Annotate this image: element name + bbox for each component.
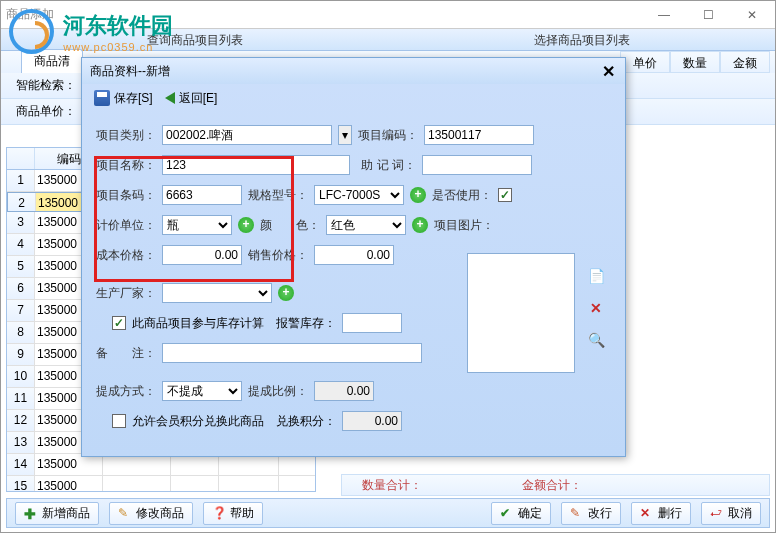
row-index: 13 — [7, 432, 35, 453]
cancel-button[interactable]: ⮐取消 — [701, 502, 761, 525]
remark-input[interactable] — [162, 343, 422, 363]
close-button[interactable]: ✕ — [734, 5, 770, 25]
product-dialog: 商品资料--新增 ✕ 保存[S] 返回[E] 项目类别： ▾ 项目编码： 项 — [81, 57, 626, 457]
row-index: 1 — [7, 170, 35, 191]
change-row-button[interactable]: ✎改行 — [561, 502, 621, 525]
cost-input[interactable] — [162, 245, 242, 265]
dialog-toolbar: 保存[S] 返回[E] — [82, 84, 625, 112]
dialog-close-icon[interactable]: ✕ — [599, 62, 617, 80]
save-icon — [94, 90, 110, 106]
row-unit — [171, 476, 219, 492]
amt-sum-label: 金额合计： — [522, 477, 582, 494]
image-zoom-icon[interactable]: 🔍 — [587, 332, 605, 350]
sale-input[interactable] — [314, 245, 394, 265]
label-alarm: 报警库存： — [276, 315, 336, 332]
tab-products[interactable]: 商品清 — [21, 49, 83, 73]
window-title: 商品添加 — [6, 6, 54, 23]
mnemonic-input[interactable] — [422, 155, 532, 175]
label-spec: 规格型号： — [248, 187, 308, 204]
label-points-chk: 允许会员积分兑换此商品 — [132, 413, 264, 430]
table-row[interactable]: 15135000 — [7, 476, 315, 492]
commission-mode-select[interactable]: 不提成 — [162, 381, 242, 401]
barcode-input[interactable] — [162, 185, 242, 205]
color-select[interactable]: 红色 — [326, 215, 406, 235]
grid-hdr-idx — [7, 148, 35, 169]
label-unit: 计价单位： — [96, 217, 156, 234]
category-dropdown-icon[interactable]: ▾ — [338, 125, 352, 145]
category-input[interactable] — [162, 125, 332, 145]
spec-add-icon[interactable]: + — [410, 187, 426, 203]
summary-row: 数量合计： 金额合计： — [341, 474, 770, 496]
right-grid-headers: 单价 数量 金额 — [620, 51, 770, 73]
enabled-checkbox[interactable]: ✓ — [498, 188, 512, 202]
row-name — [103, 454, 171, 475]
row-index: 15 — [7, 476, 35, 492]
search-label: 智能检索： — [16, 77, 76, 94]
titlebar-buttons: — ☐ ✕ — [646, 5, 770, 25]
row-index: 11 — [7, 388, 35, 409]
back-icon — [165, 92, 175, 104]
commission-rate-input[interactable] — [314, 381, 374, 401]
dialog-titlebar: 商品资料--新增 ✕ — [82, 58, 625, 84]
label-name: 项目名称： — [96, 157, 156, 174]
image-add-icon[interactable]: 📄 — [587, 268, 605, 286]
unit-price-label: 商品单价： — [16, 103, 76, 120]
minimize-button[interactable]: — — [646, 5, 682, 25]
row-index: 2 — [8, 193, 36, 211]
main-window: 商品添加 — ☐ ✕ 河东软件园 www.pc0359.cn 查询商品项目列表 … — [0, 0, 776, 533]
label-points: 兑换积分： — [276, 413, 336, 430]
unit-select[interactable]: 瓶 — [162, 215, 232, 235]
unit-add-icon[interactable]: + — [238, 217, 254, 233]
label-sale: 销售价格： — [248, 247, 308, 264]
select-list-label: 选择商品项目列表 — [388, 29, 775, 50]
help-icon: ❓ — [212, 506, 226, 520]
spec-select[interactable]: LFC-7000S — [314, 185, 404, 205]
points-input[interactable] — [342, 411, 402, 431]
row-code: 135000 — [35, 476, 103, 492]
hdr-qty: 数量 — [670, 51, 720, 73]
name-input[interactable] — [162, 155, 350, 175]
maximize-button[interactable]: ☐ — [690, 5, 726, 25]
delete-icon: ✕ — [640, 506, 654, 520]
label-maker: 生产厂家： — [96, 285, 156, 302]
stock-checkbox[interactable]: ✓ — [112, 316, 126, 330]
label-mnemonic: 助 记 词： — [356, 157, 416, 174]
ok-button[interactable]: ✔确定 — [491, 502, 551, 525]
back-label: 返回[E] — [179, 90, 218, 107]
hdr-price: 单价 — [620, 51, 670, 73]
row-price — [219, 454, 279, 475]
change-icon: ✎ — [570, 506, 584, 520]
qty-sum-label: 数量合计： — [362, 477, 422, 494]
alarm-input[interactable] — [342, 313, 402, 333]
maker-add-icon[interactable]: + — [278, 285, 294, 301]
table-row[interactable]: 14135000 — [7, 454, 315, 476]
image-delete-icon[interactable]: ✕ — [587, 300, 605, 318]
delete-row-button[interactable]: ✕删行 — [631, 502, 691, 525]
label-remark: 备 注： — [96, 345, 156, 362]
label-enabled: 是否使用： — [432, 187, 492, 204]
add-icon: ✚ — [24, 506, 38, 520]
add-product-button[interactable]: ✚新增商品 — [15, 502, 99, 525]
cancel-icon: ⮐ — [710, 506, 724, 520]
back-button[interactable]: 返回[E] — [165, 90, 218, 107]
points-checkbox[interactable] — [112, 414, 126, 428]
row-code: 135000 — [35, 454, 103, 475]
dialog-title: 商品资料--新增 — [90, 63, 170, 80]
label-image: 项目图片： — [434, 217, 494, 234]
label-category: 项目类别： — [96, 127, 156, 144]
row-unit — [171, 454, 219, 475]
label-stock: 此商品项目参与库存计算 — [132, 315, 264, 332]
label-barcode: 项目条码： — [96, 187, 156, 204]
edit-product-button[interactable]: ✎修改商品 — [109, 502, 193, 525]
top-section-labels: 查询商品项目列表 选择商品项目列表 — [1, 29, 775, 51]
maker-select[interactable] — [162, 283, 272, 303]
save-button[interactable]: 保存[S] — [94, 90, 153, 107]
save-label: 保存[S] — [114, 90, 153, 107]
code-input[interactable] — [424, 125, 534, 145]
row-index: 8 — [7, 322, 35, 343]
image-preview — [467, 253, 575, 373]
help-button[interactable]: ❓帮助 — [203, 502, 263, 525]
color-add-icon[interactable]: + — [412, 217, 428, 233]
image-tools: 📄 ✕ 🔍 — [587, 268, 605, 350]
row-index: 4 — [7, 234, 35, 255]
